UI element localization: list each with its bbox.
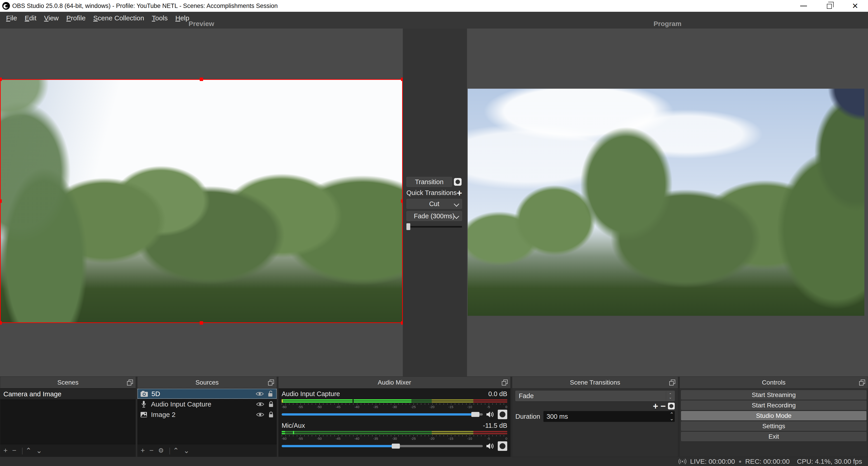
meter-tick-label: -25 [411, 405, 416, 409]
unlock-icon[interactable] [268, 390, 274, 397]
transition-slider-track[interactable] [406, 226, 462, 228]
selection-handle-bottom-right[interactable] [401, 321, 403, 325]
eye-icon[interactable] [256, 412, 264, 417]
transition-slider-handle[interactable] [406, 223, 410, 230]
camera-icon [140, 391, 149, 397]
volume-slider-row [282, 409, 507, 419]
add-source-icon[interactable]: + [141, 446, 145, 455]
duration-spinbox[interactable]: 300 ms ⌃⌄ [544, 411, 675, 422]
transition-select[interactable]: Fade ⌃⌄ [515, 391, 675, 401]
mixer-channel-mic-aux: Mic/Aux -11.5 dB -60-55-50-45-40-35-30-2… [282, 422, 507, 451]
lock-icon[interactable] [268, 411, 274, 418]
selection-handle-top-right[interactable] [401, 78, 403, 81]
scene-up-icon[interactable]: ⌃ [26, 446, 32, 455]
scene-item-camera-and-image[interactable]: Camera and Image [0, 389, 135, 399]
restore-button[interactable] [816, 0, 842, 12]
quick-transition-cut-button[interactable]: Cut [406, 199, 462, 209]
quick-transition-fade-button[interactable]: Fade (300ms) [406, 211, 462, 221]
audio-mixer-header: Audio Mixer [278, 377, 510, 388]
transition-properties-icon[interactable] [454, 178, 462, 186]
controls-header: Controls [680, 377, 868, 388]
remove-source-icon[interactable]: − [149, 446, 154, 455]
meter-tick-label: -45 [336, 405, 341, 409]
selection-handle-mid-right[interactable] [401, 200, 403, 203]
selection-border [0, 79, 403, 323]
selection-handle-top-left[interactable] [0, 78, 2, 81]
program-video[interactable] [468, 89, 864, 316]
eye-icon[interactable] [256, 402, 264, 407]
meter-tick-label: -35 [373, 405, 378, 409]
speaker-icon[interactable] [486, 442, 495, 450]
popout-icon[interactable] [502, 380, 508, 385]
scene-transitions-dock: Scene Transitions Fade ⌃⌄ + − Duration 3… [512, 376, 678, 457]
popout-icon[interactable] [669, 380, 675, 385]
source-row-5d[interactable]: 5D [137, 389, 277, 399]
popout-icon[interactable] [859, 380, 865, 385]
popout-icon[interactable] [127, 380, 133, 385]
toolbar-separator: | [168, 446, 170, 455]
meter-tick-label: -20 [430, 437, 434, 440]
status-bar: LIVE: 00:00:00 ● REC: 00:00:00 CPU: 4.1%… [0, 457, 868, 466]
transition-properties-icon[interactable] [668, 403, 675, 409]
lock-icon[interactable] [268, 401, 274, 408]
selection-handle-bottom-left[interactable] [0, 321, 2, 325]
add-scene-icon[interactable]: + [3, 446, 8, 455]
scene-down-icon[interactable]: ⌄ [36, 446, 42, 455]
bottom-docks: Scenes Camera and Image + − | ⌃ ⌄ Source… [0, 376, 868, 457]
peak-tick [293, 431, 294, 434]
add-quick-transition-icon[interactable]: + [457, 190, 462, 196]
meter-tick-label: -15 [448, 405, 454, 409]
remove-scene-icon[interactable]: − [12, 446, 17, 455]
live-time: LIVE: 00:00:00 [690, 458, 735, 465]
volume-slider-fill [282, 413, 476, 415]
quick-transitions-label: Quick Transitions [406, 189, 457, 197]
meter-tick-label: -50 [317, 405, 322, 409]
meter-tick-label: -50 [317, 437, 322, 440]
duration-label: Duration [515, 413, 540, 420]
sources-header: Sources [137, 377, 277, 388]
speaker-icon[interactable] [486, 411, 495, 418]
meter-tick-label: -30 [392, 405, 397, 409]
preview-video[interactable] [0, 79, 403, 323]
combo-spinner-icon[interactable]: ⌃⌄ [666, 391, 675, 401]
popout-icon[interactable] [268, 380, 274, 385]
volume-slider-row [282, 441, 507, 451]
volume-slider-handle[interactable] [471, 412, 479, 417]
meter-tick-label: 0 [505, 437, 507, 440]
source-row-audio-input-capture[interactable]: Audio Input Capture [137, 399, 277, 409]
source-up-icon[interactable]: ⌃ [173, 446, 179, 455]
exit-button[interactable]: Exit [681, 432, 866, 441]
meter-tick-label: -40 [354, 405, 360, 409]
mixer-config-button[interactable] [498, 410, 507, 419]
scene-transitions-header: Scene Transitions [512, 377, 678, 388]
sources-dock: Sources 5D Audio Input Capture [137, 376, 277, 457]
eye-icon[interactable] [256, 391, 264, 396]
settings-button[interactable]: Settings [681, 421, 866, 431]
source-down-icon[interactable]: ⌄ [184, 446, 190, 455]
add-transition-icon[interactable]: + [653, 403, 658, 409]
start-streaming-button[interactable]: Start Streaming [681, 390, 866, 400]
minimize-button[interactable] [791, 0, 816, 12]
transition-button[interactable]: Transition [406, 177, 452, 187]
minimize-icon [800, 6, 807, 6]
selection-handle-mid-left[interactable] [0, 200, 2, 203]
volume-slider-track[interactable] [282, 445, 483, 447]
input-peak-marker [282, 399, 283, 403]
close-button[interactable]: ✕ [842, 0, 868, 12]
source-row-image-2[interactable]: Image 2 [137, 409, 277, 419]
volume-slider-track[interactable] [282, 413, 483, 415]
mixer-config-button[interactable] [498, 441, 507, 451]
volume-slider-handle[interactable] [392, 444, 400, 448]
studio-mode-button[interactable]: Studio Mode [681, 411, 866, 420]
meter-scale: -60-55-50-45-40-35-30-25-20-15-10-50 [282, 403, 507, 409]
spinbox-arrows-icon[interactable]: ⌃⌄ [670, 411, 674, 422]
transition-slider[interactable] [406, 223, 462, 230]
start-recording-button[interactable]: Start Recording [681, 401, 866, 410]
source-properties-gear-icon[interactable]: ⚙ [158, 447, 164, 454]
channel-level-db: 0.0 dB [488, 390, 507, 398]
selection-handle-bottom-center[interactable] [200, 321, 203, 325]
preview-pane [0, 29, 403, 376]
remove-transition-icon[interactable]: − [660, 403, 666, 409]
selection-handle-top-center[interactable] [200, 78, 203, 81]
window-title: OBS Studio 25.0.8 (64-bit, windows) - Pr… [12, 2, 278, 9]
